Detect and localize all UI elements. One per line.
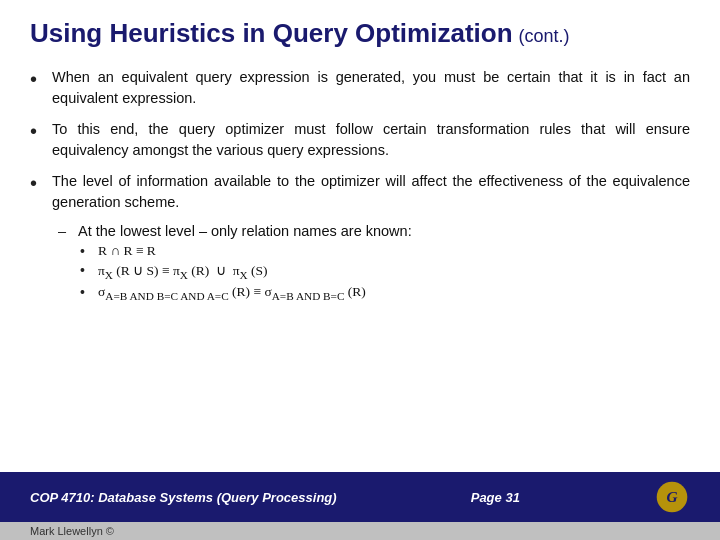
sub-sub-text-3: σA=B AND B=C AND A=C (R) ≡ σA=B AND B=C … — [98, 284, 366, 302]
footer-logo: G — [654, 479, 690, 515]
sub-sub-dot-3: • — [80, 284, 98, 300]
slide-title: Using Heuristics in Query Optimization (… — [30, 18, 690, 49]
bullet-dot-1: • — [30, 68, 52, 91]
sub-sub-bullet-2: • πX (R ∪ S) ≡ πX (R) ∪ πX (S) — [80, 262, 690, 281]
bullet-dot-3: • — [30, 172, 52, 195]
bullet-3: • The level of information available to … — [30, 171, 690, 213]
dash-1: – — [58, 223, 78, 239]
svg-text:G: G — [666, 488, 677, 505]
bullet-text-2: To this end, the query optimizer must fo… — [52, 119, 690, 161]
slide-body: • When an equivalent query expression is… — [0, 59, 720, 472]
bullet-text-3: The level of information available to th… — [52, 171, 690, 213]
slide-footer: COP 4710: Database Systems (Query Proces… — [0, 472, 720, 522]
sub-bullet-1: – At the lowest level – only relation na… — [58, 223, 690, 239]
bullet-2: • To this end, the query optimizer must … — [30, 119, 690, 161]
sub-sub-text-2: πX (R ∪ S) ≡ πX (R) ∪ πX (S) — [98, 262, 268, 281]
title-cont: (cont.) — [519, 26, 570, 47]
sub-bullet-text-1: At the lowest level – only relation name… — [78, 223, 412, 239]
title-text: Using Heuristics in Query Optimization — [30, 18, 513, 49]
footer-bottom: Mark Llewellyn © — [0, 522, 720, 540]
bullet-1: • When an equivalent query expression is… — [30, 67, 690, 109]
sub-sub-dot-1: • — [80, 243, 98, 259]
sub-sub-bullet-3: • σA=B AND B=C AND A=C (R) ≡ σA=B AND B=… — [80, 284, 690, 302]
slide-header: Using Heuristics in Query Optimization (… — [0, 0, 720, 59]
footer-left: COP 4710: Database Systems (Query Proces… — [30, 490, 337, 505]
sub-sub-text-1: R ∩ R ≡ R — [98, 243, 156, 259]
footer-right: Page 31 — [471, 490, 520, 505]
bullet-text-1: When an equivalent query expression is g… — [52, 67, 690, 109]
sub-sub-bullet-1: • R ∩ R ≡ R — [80, 243, 690, 259]
bullet-dot-2: • — [30, 120, 52, 143]
footer-bottom-text: Mark Llewellyn © — [30, 525, 114, 537]
slide: Using Heuristics in Query Optimization (… — [0, 0, 720, 540]
sub-sub-dot-2: • — [80, 262, 98, 278]
